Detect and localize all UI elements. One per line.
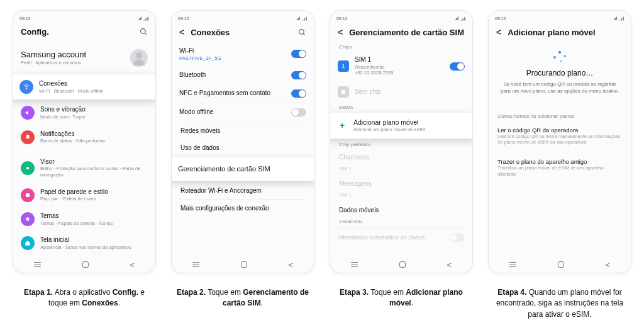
nav-bar: < [489,258,631,271]
nfc-row[interactable]: NFC e Pagamentos sem contato [172,84,314,103]
qr-option-row[interactable]: Ler o código QR da operadora Leia um cód… [489,120,631,152]
account-title: Samsung account [21,50,125,60]
status-bar: 09:12 [330,13,472,23]
header: < Conexões [172,23,314,42]
add-mobile-plan-row[interactable]: + Adicionar plano móvel Adicione um plan… [330,113,473,139]
wallpaper-row[interactable]: Papel de parede e estilo Pap. par. · Pal… [13,183,155,207]
phone-step-1: 09:12 Config. Samsung account Perfil · A… [13,10,156,273]
searching-block: Procurando plano… Se você tem um código … [489,69,631,95]
sim1-row[interactable]: 1 SIM 1 Desconhecido +82 10-2628-7289 [330,51,472,81]
nav-recent-icon[interactable] [351,262,358,268]
nav-home-icon[interactable] [241,261,247,268]
bluetooth-row[interactable]: Bluetooth [172,66,314,84]
svg-rect-7 [341,90,345,94]
status-bar: 09:12 [489,13,631,23]
caption-step-3: Etapa 3. Toque em Adicionar plano móvel. [334,287,469,309]
no-chip-icon [338,86,349,98]
messages-row: Mensagens [330,175,472,192]
data-usage-row[interactable]: Uso de dados [172,139,314,156]
transfer-option-row[interactable]: Trazer o plano do aparelho antigo Transf… [489,152,631,184]
sim-management-row[interactable]: Gerenciamento de cartão SIM [171,157,314,181]
back-icon[interactable]: < [338,27,343,37]
svg-point-0 [141,29,146,34]
display-row[interactable]: Visor Brilho · Proteção para conforto oc… [13,153,155,183]
home-row[interactable]: Tela inicial Aparência · Selos nos ícone… [13,231,155,255]
tethering-row[interactable]: Roteador Wi-Fi e Ancoragem [172,182,314,199]
status-bar: 09:12 [172,13,314,23]
status-icons [138,16,149,21]
auto-switch-row: Alternância automática de dados [330,229,472,247]
nav-recent-icon[interactable] [34,262,41,268]
nav-home-icon[interactable] [399,261,406,268]
header: < Gerenciamento de cartão SIM [330,23,472,42]
svg-rect-4 [26,193,30,197]
svg-point-5 [299,29,304,34]
mobile-data-row[interactable]: Dados móveis [330,202,472,219]
wallpaper-icon [21,188,35,202]
auto-switch-toggle [450,234,465,242]
nav-recent-icon[interactable] [192,262,199,268]
svg-line-1 [145,33,147,35]
connections-row[interactable]: Conexões Wi-Fi · Bluetooth · Modo offlin… [13,74,156,100]
bell-icon [21,130,35,144]
svg-point-3 [26,167,29,169]
nav-back-icon[interactable]: < [288,260,293,270]
esims-section-label: eSIMs [330,103,472,111]
sound-row[interactable]: Sons e vibração Modo de som · Toque [13,101,155,125]
themes-row[interactable]: Temas Temas · Papéis de parede · Ícones [13,207,155,231]
spinner-icon [553,51,566,64]
offline-toggle[interactable] [291,108,306,117]
themes-icon [21,212,35,226]
offline-row[interactable]: Modo offline [172,103,314,122]
header: < Adicionar plano móvel [489,23,631,42]
nav-back-icon[interactable]: < [605,260,610,270]
samsung-account-row[interactable]: Samsung account Perfil · Aplicativos e r… [13,42,155,73]
other-section-label: Outras formas de adicionar planos [489,111,631,120]
sound-icon [21,106,35,120]
caption-step-2: Etapa 2. Toque em Gerenciamento de cartã… [175,287,311,309]
avatar [130,49,148,67]
nav-bar: < [172,258,314,271]
nav-home-icon[interactable] [82,261,89,268]
wifi-row[interactable]: Wi-Fi FASTFIVE_3F_5G [172,42,314,66]
chips-section-label: Chips [330,42,472,51]
calls-row: Chamadas [330,149,472,166]
notif-row[interactable]: Notificações Barra de status · Não pertu… [13,125,155,149]
page-title: Gerenciamento de cartão SIM [349,28,464,37]
connections-title: Conexões [39,80,149,88]
phone-step-4: 09:12 < Adicionar plano móvel Procurando… [488,10,631,273]
caption-step-1: Etapa 1. Abra o aplicativo Config. e toq… [17,287,152,309]
back-icon[interactable]: < [496,27,501,37]
phone-step-2: 09:12 < Conexões Wi-Fi FASTFIVE_3F_5G Bl… [171,10,314,273]
status-time: 09:12 [19,16,31,21]
wifi-icon [19,80,33,94]
nav-home-icon[interactable] [558,261,564,268]
svg-line-6 [303,33,305,35]
more-connections-row[interactable]: Mais configurações de conexão [172,200,314,217]
nav-bar: < [330,258,472,271]
display-icon [21,161,35,175]
wifi-toggle[interactable] [291,50,306,58]
nav-back-icon[interactable]: < [130,260,135,270]
caption-step-4: Etapa 4. Quando um plano móvel for encon… [492,287,628,320]
bluetooth-toggle[interactable] [291,71,306,79]
sim1-toggle[interactable] [450,62,465,71]
account-sub: Perfil · Aplicativos e recursos [21,60,125,66]
sim1-icon: 1 [338,60,349,72]
no-chip-row: Sem chip [330,81,472,103]
mobile-networks-row[interactable]: Redes móveis [172,122,314,139]
page-title: Adicionar plano móvel [508,28,595,37]
nav-bar: < [13,258,155,271]
nfc-toggle[interactable] [291,89,306,98]
search-icon[interactable] [298,28,306,37]
status-bar: 09:12 [13,13,155,23]
plus-icon: + [336,120,348,130]
nav-back-icon[interactable]: < [447,260,452,270]
svg-point-2 [26,88,27,89]
header: Config. [13,23,155,42]
home-icon [21,236,35,250]
back-icon[interactable]: < [179,27,184,37]
pref-section-label: Chip preferido [330,140,472,149]
search-icon[interactable] [140,28,148,36]
nav-recent-icon[interactable] [509,262,516,268]
